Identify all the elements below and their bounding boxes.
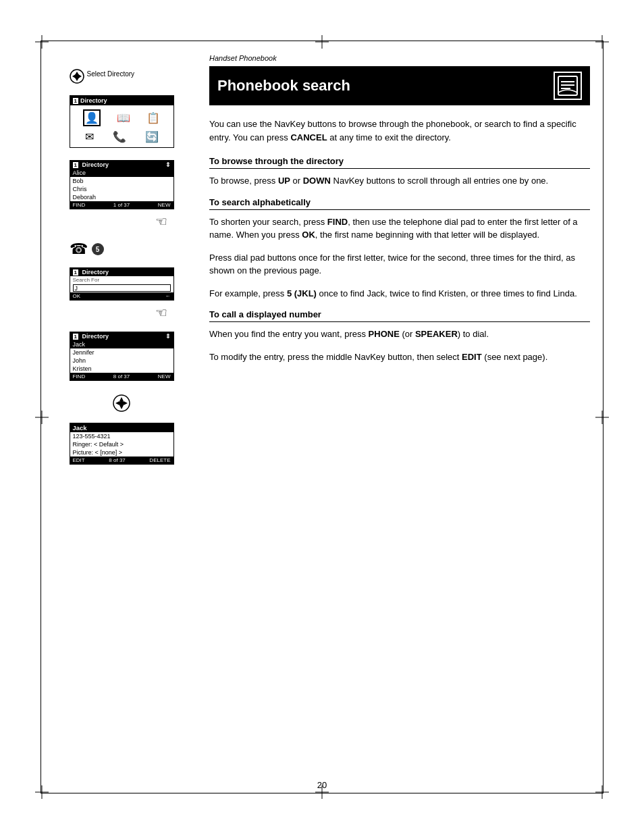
finger-pointer-1: ☞ [70,213,174,230]
page-number: 20 [317,780,327,790]
right-column: Handset Phonebook Phonebook search You c… [209,54,590,780]
screen4-box: Jack 123-555-4321 Ringer: < Default > Pi… [70,423,174,465]
screen1-title: Directory [82,161,109,168]
heading-call-number: To call a displayed number [209,309,590,322]
screen3-entry-jennifer: Jennifer [70,348,173,357]
svg-point-5 [75,74,79,78]
navkey-icon-top [70,69,84,84]
screen2-input: J [73,284,171,292]
screen1-footer: FIND 1 of 37 NEW [70,201,173,209]
screen4-footer: EDIT 8 of 37 DELETE [70,457,173,464]
center-crosshair-right [595,411,609,424]
para-call-2: To modify the entry, press the middle Na… [209,350,590,364]
screen0-icons-row2: ✉ 📞 🔄 [70,130,173,147]
screen2-footer: OK ← [70,292,173,300]
svg-point-11 [119,401,124,406]
picture-label: Picture: [73,449,94,456]
screen1-box: 1 Directory ⇕ Alice Bob Chris Deborah FI… [70,160,174,209]
ringer-label: Ringer: [73,441,92,448]
screen2-input-value: J [75,285,78,292]
screen2-sublabel: Search For [70,276,173,284]
para-search-3: For example, press 5 (JKL) once to find … [209,287,590,301]
para-search-2: Press dial pad buttons once for the firs… [209,251,590,278]
screen1-arrow: ⇕ [165,161,171,168]
screen1-find: FIND [73,202,86,208]
screen4-picture: Picture: < [none] > [70,448,173,457]
icon-person: 👤 [83,109,101,126]
screen0-icons: 👤 📖 📋 [70,105,173,130]
screen1-entry-chris: Chris [70,185,173,193]
corner-crosshair-tr [595,35,609,49]
svg-marker-7 [119,397,124,401]
screen3-entry-kristen: Kristen [70,365,173,373]
screen4-count: 8 of 37 [109,457,125,463]
screen1-new: NEW [158,202,171,208]
page-title: Phonebook search [217,77,350,95]
screen1-entry-alice: Alice [70,169,173,177]
title-icon [554,72,582,100]
screen3-new: NEW [158,373,171,380]
section-label: Handset Phonebook [209,54,590,62]
screen2-input-row: J [70,284,173,292]
screen4-edit: EDIT [73,457,85,463]
screen3-find: FIND [73,373,86,380]
heading-browse: To browse through the directory [209,156,590,169]
screen0-title: Directory [80,97,107,104]
heading-search-alpha: To search alphabetically [209,197,590,210]
screen2-title: Directory [82,269,109,276]
screen1-header: 1 Directory ⇕ [70,161,173,169]
number-5-badge: 5 [92,243,104,255]
para-search-1: To shorten your search, press FIND, then… [209,215,590,242]
corner-crosshair-bl [35,785,49,799]
intro-paragraph: You can use the NavKey buttons to browse… [209,118,590,144]
screen3-header: 1 Directory ⇕ [70,332,173,340]
center-crosshair-left [35,411,49,424]
screen0-box: 1 Directory 👤 📖 📋 ✉ 📞 🔄 [70,95,174,148]
screen4-phone: 123-555-4321 [70,432,173,440]
corner-crosshair-tl [35,35,49,49]
screen1-entry-deborah: Deborah [70,193,173,201]
screen4-name: Jack [70,423,173,432]
icon-list: 📋 [146,111,160,124]
svg-marker-10 [124,401,128,405]
finger-pointer-2: ☞ [70,305,174,321]
select-directory-label: Select Directory [87,68,135,78]
icon-phone2: 📞 [113,130,126,143]
screen2-backspace: ← [165,293,171,299]
corner-crosshair-br [595,785,609,799]
svg-marker-9 [115,401,119,405]
screen3-arrow: ⇕ [165,333,171,340]
screen4-ringer: Ringer: < Default > [70,440,173,448]
phone-hand-area: ☎ 5 [70,240,174,258]
icon-envelope: ✉ [85,130,94,143]
screen3-entry-john: John [70,357,173,365]
screen0-num: 1 [73,98,78,104]
navkey-icon-bottom [113,394,130,412]
center-crosshair-top [315,35,329,49]
screen4-delete: DELETE [149,457,170,463]
ringer-value: < Default > [94,441,124,448]
para-call-1: When you find the entry you want, press … [209,328,590,341]
screen3-footer: FIND 8 of 37 NEW [70,373,173,380]
icon-refresh: 🔄 [145,130,159,143]
icon-book: 📖 [117,111,130,124]
screen3-entry-jack: Jack [70,340,173,348]
screen1-count: 1 of 37 [113,202,130,208]
screen1-entry-bob: Bob [70,177,173,185]
screen0-header: 1 Directory [70,96,173,105]
picture-value: < [none] > [95,449,123,456]
page-title-block: Phonebook search [209,66,590,105]
phone-hand-icon: ☎ [70,240,88,258]
left-column: Select Directory 1 Directory 👤 📖 📋 ✉ 📞 🔄 [54,54,189,780]
screen2-box: 1 Directory Search For J OK ← [70,267,174,301]
svg-marker-8 [119,405,124,409]
screen2-header: 1 Directory [70,268,173,276]
screen3-count: 8 of 37 [113,373,130,380]
screen3-title: Directory [82,333,109,340]
screen1-num: 1 [73,162,78,168]
para-browse-1: To browse, press UP or DOWN NavKey butto… [209,174,590,188]
screen3-box: 1 Directory ⇕ Jack Jennifer John Kristen… [70,332,174,381]
screen3-num: 1 [73,334,78,340]
screen2-ok: OK [73,293,81,299]
screen2-num: 1 [73,269,78,276]
